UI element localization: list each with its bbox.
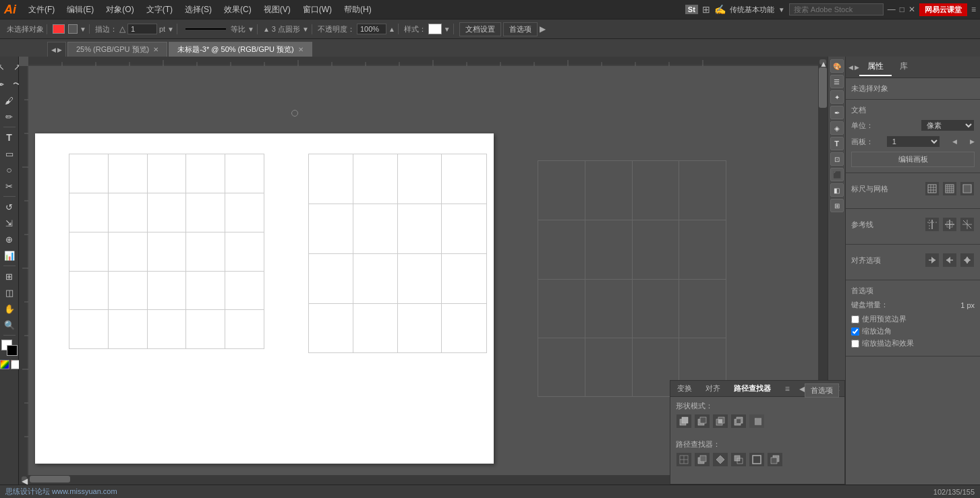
shape-exclude-icon[interactable] [730, 414, 747, 429]
tool-rotate[interactable]: ↺ [2, 199, 17, 214]
edit-artboard-btn[interactable]: 编辑画板 [851, 152, 975, 167]
artboard-select[interactable]: 1 [886, 135, 940, 148]
style-color-box[interactable] [428, 24, 442, 34]
bpanel-expand-icon[interactable]: ≡ [781, 383, 794, 395]
stroke-value-input[interactable] [127, 24, 157, 34]
panel-graphic-styles-icon[interactable]: ◈ [830, 121, 844, 135]
color-mode-icon[interactable] [0, 360, 9, 369]
align-icon-3[interactable] [960, 253, 975, 268]
panel-next-icon[interactable]: ▶ [855, 64, 859, 71]
stroke-dropdown-icon[interactable]: ▼ [80, 26, 86, 33]
bpanel-tab-pathfinder[interactable]: 路径查找器 [727, 381, 778, 396]
panel-art-boards-icon[interactable]: ⊞ [830, 199, 844, 212]
style-dropdown-icon[interactable]: ▼ [444, 26, 451, 33]
shape-minus-front-icon[interactable] [694, 414, 710, 429]
doc-settings-btn[interactable]: 文档设置 [459, 22, 501, 36]
minimize-btn[interactable]: — [888, 5, 896, 14]
scroll-v-up[interactable]: ▲ [819, 59, 826, 65]
artboard-next-icon[interactable]: ▶ [970, 138, 975, 145]
tool-slice[interactable]: ◫ [2, 285, 17, 300]
maximize-btn[interactable]: □ [900, 5, 904, 14]
unit-select[interactable]: 像素 [921, 119, 975, 131]
status-site-link[interactable]: 思练设计论坛 www.missyuan.com [5, 487, 117, 497]
bpanel-preferences-btn[interactable]: 首选项 [805, 383, 839, 398]
panel-type-icon[interactable]: T [830, 137, 844, 150]
menu-text[interactable]: 文字(T) [141, 3, 178, 17]
panel-transform-icon[interactable]: ⊡ [830, 152, 844, 166]
scroll-h-left[interactable]: ◀ [22, 476, 27, 482]
panel-align-icon[interactable]: ⬛ [830, 168, 844, 181]
preferences-arrow-icon[interactable]: ▶ [540, 24, 546, 34]
menu-select[interactable]: 选择(S) [179, 3, 217, 17]
opacity-up-icon[interactable]: ▲ [388, 26, 395, 33]
tool-hand[interactable]: ✋ [2, 301, 17, 316]
menu-window[interactable]: 窗口(W) [297, 3, 337, 17]
pathfinder-crop-icon[interactable] [730, 452, 747, 467]
scale-corners-checkbox[interactable] [851, 328, 859, 336]
point-shape-dropdown-icon[interactable]: ▼ [302, 26, 309, 33]
stroke-color-swatch[interactable] [53, 24, 65, 34]
tool-pen[interactable]: ✒ [0, 77, 9, 92]
panel-color-icon[interactable]: 🎨 [830, 59, 844, 73]
tool-pencil[interactable]: ✏ [2, 109, 17, 124]
ruler-icon-2[interactable] [942, 181, 957, 196]
tool-zoom[interactable]: 🔍 [2, 317, 17, 332]
pathfinder-minus-back-icon[interactable] [767, 452, 783, 467]
ruler-icon-3[interactable] [960, 181, 975, 196]
tool-rect[interactable]: ▭ [2, 146, 17, 161]
brush-icon[interactable]: ✍ [714, 4, 726, 15]
grid-view-icon[interactable]: ⊞ [702, 4, 710, 15]
panel-expand-icon[interactable]: ≡ [971, 5, 976, 14]
tool-blend[interactable]: ⊕ [2, 232, 17, 247]
tool-scissors[interactable]: ✂ [2, 179, 17, 193]
tool-type[interactable]: T [2, 130, 17, 145]
stroke-up2-icon[interactable]: ▲ [263, 26, 270, 33]
stroke-swatch[interactable] [7, 345, 18, 356]
tool-column-graph[interactable]: 📊 [2, 248, 17, 263]
menu-view[interactable]: 视图(V) [258, 3, 296, 17]
menu-edit[interactable]: 编辑(E) [61, 3, 99, 17]
tool-artboard[interactable]: ⊞ [2, 269, 17, 284]
netease-logo[interactable]: 网易云课堂 [919, 3, 967, 16]
pathfinder-divide-icon[interactable] [676, 452, 692, 467]
align-icon-2[interactable] [942, 253, 957, 268]
tool-brush[interactable]: 🖌 [2, 93, 17, 108]
menu-object[interactable]: 对象(O) [100, 3, 139, 17]
panel-layers-icon[interactable]: ☰ [830, 75, 844, 88]
bpanel-tab-transform[interactable]: 变换 [670, 381, 699, 396]
shape-btn-disabled[interactable]: ⬜ [749, 414, 765, 429]
guides-icon-3[interactable] [960, 217, 975, 232]
tab-1[interactable]: 未标题-3* @ 50% (RGB/GPU 预览) ✕ [169, 42, 312, 57]
opacity-input[interactable] [357, 24, 386, 34]
panel-brushes-icon[interactable]: ✒ [830, 106, 844, 119]
panel-pathfinder-col-icon[interactable]: ◧ [830, 183, 844, 197]
scroll-h-thumb[interactable] [30, 476, 70, 483]
tab-scroll-left-icon[interactable]: ◀ [51, 46, 56, 53]
preferences-btn[interactable]: 首选项 [503, 22, 538, 36]
pathfinder-merge-icon[interactable] [712, 452, 728, 467]
stroke-type-box[interactable] [68, 24, 78, 34]
shape-unite-icon[interactable] [676, 414, 692, 429]
tool-scale[interactable]: ⇲ [2, 216, 17, 230]
tab-0[interactable]: 25% (RGB/GPU 预览) ✕ [67, 42, 167, 57]
stroke-width-dropdown-icon[interactable]: ▼ [167, 26, 174, 33]
pathfinder-trim-icon[interactable] [694, 452, 710, 467]
panel-symbols-icon[interactable]: ✦ [830, 90, 844, 104]
menu-help[interactable]: 帮助(H) [339, 3, 377, 17]
tab-properties[interactable]: 属性 [859, 58, 892, 76]
search-input[interactable] [789, 3, 884, 15]
tool-ellipse[interactable]: ○ [2, 162, 17, 177]
scale-stroke-checkbox[interactable] [851, 340, 859, 348]
close-btn[interactable]: ✕ [909, 5, 915, 14]
shape-intersect-icon[interactable] [712, 414, 728, 429]
tab-library[interactable]: 库 [892, 58, 916, 76]
guides-icon-2[interactable] [942, 217, 957, 232]
stroke-up-icon[interactable]: △ [119, 24, 125, 34]
scroll-v-thumb[interactable] [819, 67, 827, 108]
artboard-prev-icon[interactable]: ◀ [952, 138, 957, 145]
align-icon-1[interactable] [925, 253, 940, 268]
ratio-dropdown-icon[interactable]: ▼ [248, 26, 254, 33]
tab-scroll-right-icon[interactable]: ▶ [57, 46, 62, 53]
guides-icon-1[interactable] [925, 217, 940, 232]
tab-1-close[interactable]: ✕ [298, 46, 304, 53]
